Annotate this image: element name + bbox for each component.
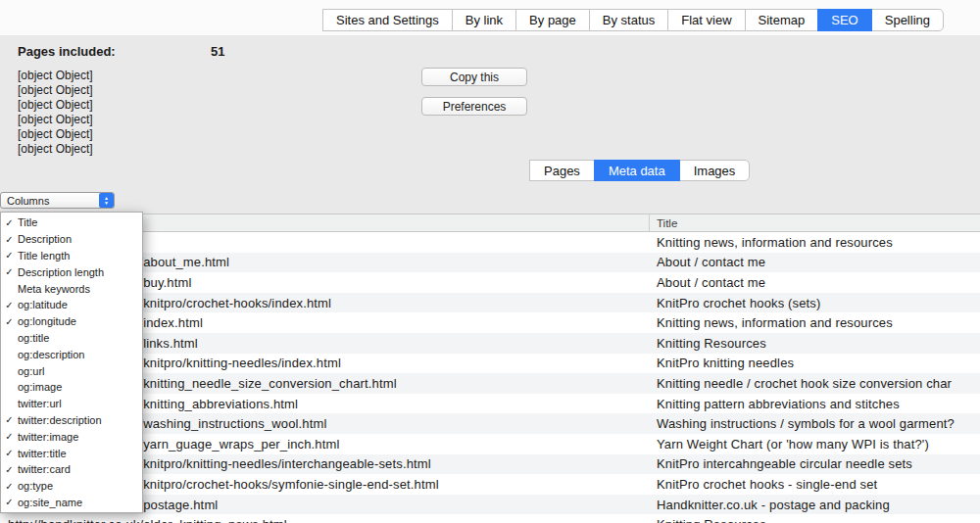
table-row[interactable]: http://handknitter.co.uk/knitpro/knittin… [0, 454, 980, 475]
table-row[interactable]: http://handknitter.co.uk/yarn_guage_wrap… [0, 434, 980, 454]
table-row[interactable]: http://handknitter.co.uk/buy.html About … [0, 272, 980, 293]
columns-menu-item[interactable]: ✓ twitter:image [1, 428, 142, 445]
top-tab[interactable]: Sitemap [745, 9, 819, 31]
table-row[interactable]: http://handknitter.co.uk Knitting news, … [0, 232, 980, 253]
copy-this-button[interactable]: Copy this [421, 68, 527, 86]
columns-menu-item[interactable]: ✓ Title length [1, 248, 142, 264]
checkmark-icon: ✓ [1, 250, 18, 261]
checkmark-icon: ✓ [1, 316, 18, 327]
top-tab[interactable]: By status [589, 9, 668, 31]
menu-item-label: twitter:image [18, 431, 78, 443]
table-row[interactable]: http://handknitter.co.uk/washing_instruc… [0, 413, 980, 434]
columns-menu-item[interactable]: ✓ og:url [1, 362, 142, 379]
table-row[interactable]: http://handknitter.co.uk/knitpro/crochet… [0, 474, 980, 495]
table-row[interactable]: http://handknitter.co.uk/about_me.html A… [0, 253, 980, 273]
columns-menu-item[interactable]: ✓ twitter:title [1, 445, 142, 461]
menu-item-label: og:image [18, 381, 62, 393]
checkmark-icon: ✓ [1, 234, 18, 245]
menu-item-label: Meta keywords [18, 283, 90, 295]
checkmark-icon: ✓ [1, 481, 18, 492]
menu-item-label: twitter:description [18, 414, 102, 426]
pages-included-label: Pages included: [18, 44, 116, 59]
view-tab-bar: Pages Meta data Images [530, 160, 750, 181]
columns-dropdown-menu: ✓ Title ✓ Description ✓ Title length ✓ D… [0, 212, 143, 513]
table-row[interactable]: http://handknitter.co.uk/knitpro/knittin… [0, 354, 980, 374]
columns-popup-button[interactable]: Columns ▲ ▼ [0, 192, 115, 209]
menu-item-label: og:url [18, 365, 45, 377]
title-cell: Knitting needle / crochet hook size conv… [657, 373, 952, 394]
checkmark-icon: ✓ [1, 414, 18, 425]
top-tab[interactable]: By link [452, 9, 516, 31]
preferences-button[interactable]: Preferences [421, 97, 527, 116]
menu-item-label: twitter:title [18, 448, 67, 459]
table-row[interactable]: http://handknitter.co.uk/knitting_abbrev… [0, 394, 980, 414]
title-cell: Knitting pattern abbreviations and stitc… [657, 394, 900, 414]
columns-menu-item[interactable]: ✓ og:latitude [1, 297, 142, 313]
columns-menu-item[interactable]: ✓ og:longitude [1, 313, 142, 330]
title-cell: KnitPro crochet hooks - single-end set [657, 474, 877, 495]
top-tab[interactable]: By page [515, 9, 590, 31]
menu-item-label: twitter:card [18, 463, 71, 475]
columns-menu-item[interactable]: ✓ Meta keywords [1, 280, 142, 297]
title-cell: KnitPro intercahngeable circular needle … [657, 454, 912, 475]
title-cell: About / contact me [657, 272, 765, 293]
table-row[interactable]: http://handknitter.co.uk/postage.html Ha… [0, 495, 980, 515]
summary-line: [object Object] [18, 127, 93, 142]
top-tab[interactable]: Sites and Settings [322, 9, 453, 31]
view-tab[interactable]: Meta data [594, 160, 680, 181]
checkmark-icon: ✓ [1, 300, 18, 310]
table-row[interactable]: http://handknitter.co.uk/older_knitting_… [0, 514, 980, 523]
table-row[interactable]: http://handknitter.co.uk/knitting_needle… [0, 373, 980, 394]
columns-menu-item[interactable]: ✓ Description length [1, 263, 142, 280]
view-tab[interactable]: Images [679, 160, 751, 181]
title-cell: KnitPro knitting needles [657, 354, 794, 374]
top-tab[interactable]: Flat view [667, 9, 745, 31]
title-cell: Knitting Resources [657, 333, 766, 354]
arrow-down-icon: ▼ [104, 201, 109, 206]
top-tab[interactable]: SEO [817, 9, 871, 31]
seo-summary-lines: [object Object] [object Object] [object … [18, 69, 93, 157]
app-window: Sites and Settings By link By page By st… [0, 0, 980, 523]
checkmark-icon: ✓ [1, 266, 18, 277]
column-divider[interactable] [649, 214, 650, 231]
meta-data-table: http://handknitter.co.uk Knitting news, … [0, 232, 980, 523]
menu-item-label: og:longitude [18, 315, 76, 327]
summary-line: [object Object] [18, 113, 93, 127]
column-header-title[interactable]: Title [657, 214, 677, 231]
menu-item-label: Title [18, 216, 37, 228]
table-row[interactable]: http://handknitter.co.uk/knitpro/crochet… [0, 293, 980, 313]
title-cell: Knitting news, information and resources [657, 312, 893, 333]
menu-item-label: og:type [18, 480, 53, 492]
summary-line: [object Object] [18, 69, 93, 83]
columns-menu-item[interactable]: ✓ twitter:card [1, 461, 142, 478]
checkmark-icon: ✓ [1, 217, 18, 228]
menu-item-label: twitter:url [18, 398, 62, 409]
title-cell: KnitPro crochet hooks (sets) [657, 293, 821, 313]
columns-menu-item[interactable]: ✓ Title [1, 214, 142, 231]
title-cell: About / contact me [657, 253, 765, 273]
top-tab[interactable]: Spelling [871, 9, 944, 31]
checkmark-icon: ✓ [1, 464, 18, 475]
title-cell: Handknitter.co.uk - postage and packing [657, 495, 890, 515]
table-row[interactable]: http://handknitter.co.uk/links.html Knit… [0, 333, 980, 354]
top-tab-bar: Sites and Settings By link By page By st… [323, 9, 944, 31]
columns-menu-item[interactable]: ✓ Description [1, 231, 142, 248]
columns-menu-item[interactable]: ✓ twitter:description [1, 412, 142, 429]
summary-line: [object Object] [18, 98, 93, 113]
table-row[interactable]: http://handknitter.co.uk/index.html Knit… [0, 312, 980, 333]
columns-menu-item[interactable]: ✓ og:site_name [1, 495, 142, 511]
view-tab[interactable]: Pages [529, 160, 595, 181]
menu-item-label: og:description [18, 349, 85, 360]
title-cell: Washing instructions / symbols for a woo… [657, 413, 955, 434]
menu-item-label: Description [18, 233, 72, 245]
columns-menu-item[interactable]: ✓ twitter:url [1, 396, 142, 412]
columns-menu-item[interactable]: ✓ og:image [1, 379, 142, 396]
checkmark-icon: ✓ [1, 448, 18, 458]
columns-menu-item[interactable]: ✓ og:title [1, 330, 142, 347]
menu-item-label: og:site_name [18, 497, 82, 508]
columns-menu-item[interactable]: ✓ og:type [1, 478, 142, 495]
columns-menu-item[interactable]: ✓ og:description [1, 346, 142, 362]
summary-line: [object Object] [18, 142, 93, 157]
menu-item-label: Description length [18, 266, 104, 278]
menu-item-label: og:latitude [18, 299, 68, 310]
